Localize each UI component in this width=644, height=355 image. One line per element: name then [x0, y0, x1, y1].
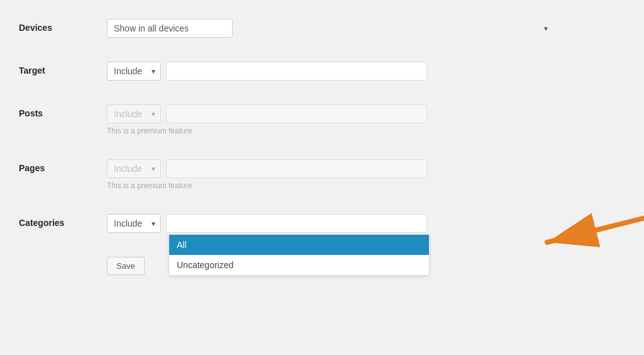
pages-label: Pages [19, 159, 107, 173]
categories-dropdown-item-uncategorized[interactable]: Uncategorized [169, 255, 429, 275]
pages-premium-note: This is a premium feature [107, 181, 553, 190]
pages-controls-row: Include Exclude ▼ [107, 159, 553, 178]
categories-controls: Include Exclude ▼ All Uncategorized [107, 214, 553, 233]
target-text-input[interactable] [166, 62, 427, 81]
devices-select-wrapper: Show in all devices ▼ [107, 19, 553, 38]
categories-include-select[interactable]: Include Exclude [107, 214, 161, 233]
pages-include-select[interactable]: Include Exclude [107, 159, 161, 178]
categories-row: Categories Include Exclude ▼ All Uncateg… [19, 208, 553, 233]
target-include-select-wrapper: Include Exclude ▼ [107, 62, 161, 81]
categories-text-input[interactable] [166, 214, 427, 233]
target-controls-row: Include Exclude ▼ [107, 62, 553, 81]
categories-include-select-wrapper: Include Exclude ▼ [107, 214, 161, 233]
target-controls: Include Exclude ▼ [107, 62, 553, 81]
categories-label: Categories [19, 214, 107, 228]
categories-dropdown-item-all[interactable]: All [169, 235, 429, 255]
pages-text-input[interactable] [166, 159, 427, 178]
svg-line-1 [547, 217, 644, 242]
posts-include-select[interactable]: Include Exclude [107, 104, 161, 123]
target-label: Target [19, 62, 107, 76]
pages-row: Pages Include Exclude ▼ This is a premiu… [19, 153, 553, 190]
devices-controls: Show in all devices ▼ [107, 19, 553, 38]
posts-row: Posts Include Exclude ▼ This is a premiu… [19, 98, 553, 135]
posts-text-input[interactable] [166, 104, 427, 123]
devices-select-chevron-icon: ▼ [543, 25, 549, 32]
pages-include-select-wrapper: Include Exclude ▼ [107, 159, 161, 178]
pages-controls: Include Exclude ▼ This is a premium feat… [107, 159, 553, 190]
devices-label: Devices [19, 19, 107, 33]
posts-include-select-wrapper: Include Exclude ▼ [107, 104, 161, 123]
categories-controls-row: Include Exclude ▼ [107, 214, 553, 233]
posts-controls-row: Include Exclude ▼ [107, 104, 553, 123]
posts-label: Posts [19, 104, 107, 118]
devices-row: Devices Show in all devices ▼ [19, 13, 553, 38]
target-include-select[interactable]: Include Exclude [107, 62, 161, 81]
save-button[interactable]: Save [107, 257, 145, 275]
categories-dropdown-list: All Uncategorized [169, 234, 430, 276]
devices-select[interactable]: Show in all devices [107, 19, 233, 38]
posts-premium-note: This is a premium feature [107, 127, 553, 135]
target-row: Target Include Exclude ▼ [19, 55, 553, 81]
posts-controls: Include Exclude ▼ This is a premium feat… [107, 104, 553, 135]
